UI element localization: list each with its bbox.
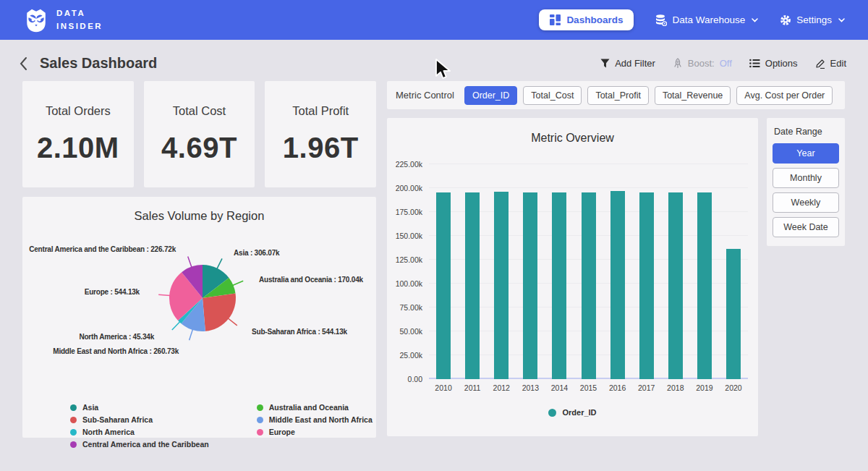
add-filter-button[interactable]: Add Filter (600, 58, 655, 69)
legend-label: Central America and the Caribbean (82, 440, 209, 449)
back-button[interactable] (19, 56, 27, 71)
date-range-option-monthly[interactable]: Monthly (773, 168, 839, 188)
dashboard-body: Total Orders 2.10M Total Cost 4.69T Tota… (0, 81, 868, 438)
edit-button[interactable]: Edit (815, 58, 846, 69)
metric-option-total-cost[interactable]: Total_Cost (523, 86, 582, 105)
x-tick-label: 2018 (661, 383, 690, 392)
legend-label: Australia and Oceania (269, 403, 349, 412)
bar-2018[interactable] (668, 192, 683, 379)
dashboards-button[interactable]: Dashboards (539, 9, 634, 30)
x-tick-label: 2019 (690, 383, 719, 392)
filter-funnel-icon (600, 59, 610, 68)
date-range-option-weekly[interactable]: Weekly (773, 192, 839, 213)
bar-2014[interactable] (552, 192, 566, 379)
metric-buttons: Order_IDTotal_CostTotal_ProfitTotal_Reve… (464, 86, 833, 105)
bars (429, 164, 748, 379)
nav-menu: Dashboards Data Warehouse (539, 9, 845, 30)
gear-icon (780, 14, 791, 26)
metric-option-total-profit[interactable]: Total_Profit (587, 86, 649, 105)
legend-label: Europe (269, 428, 295, 436)
page-title: Sales Dashboard (40, 55, 157, 72)
legend-label: Asia (82, 403, 98, 412)
x-tick-label: 2014 (545, 383, 574, 392)
y-tick-label: 25.00k (399, 351, 422, 360)
brand-logo[interactable]: DATA INSIDER (24, 7, 103, 33)
pie-chart: Asia : 306.07kAustralia and Oceania : 17… (22, 229, 376, 402)
data-warehouse-label: Data Warehouse (672, 14, 745, 25)
brand-line2: INSIDER (56, 20, 103, 33)
y-tick-label: 125.00k (396, 255, 422, 264)
kpi-card-total-profit: Total Profit 1.96T (265, 81, 376, 187)
legend-dot (548, 409, 556, 417)
bar-2020[interactable] (726, 249, 741, 379)
legend-dot (257, 404, 263, 411)
edit-label: Edit (830, 58, 846, 69)
pie-label-europe: Europe : 544.13k (85, 288, 140, 296)
bar-chart-title: Metric Overview (387, 118, 758, 145)
dashboards-label: Dashboards (566, 14, 623, 25)
legend-item-australia-and-oceania[interactable]: Australia and Oceania (257, 403, 373, 412)
list-options-icon (749, 59, 760, 68)
bar-legend-label: Order_ID (562, 408, 596, 417)
data-warehouse-menu[interactable]: Data Warehouse (655, 14, 758, 26)
bar-2015[interactable] (582, 192, 596, 379)
bar-2011[interactable] (465, 192, 480, 379)
bar-2010[interactable] (436, 192, 451, 379)
metric-option-avg-cost-per-order[interactable]: Avg. Cost per Order (736, 86, 833, 105)
legend-dot (70, 404, 77, 411)
metric-option-order-id[interactable]: Order_ID (464, 86, 517, 105)
bar-2013[interactable] (523, 192, 537, 379)
pie-leader-line (190, 329, 193, 340)
y-tick-label: 75.00k (399, 303, 422, 312)
pie-leader-line (158, 294, 170, 295)
pie-leader-line (217, 258, 222, 268)
bar-2019[interactable] (697, 192, 712, 379)
kpi-card-total-cost: Total Cost 4.69T (144, 81, 255, 187)
legend-item-central-america-and-the-caribbean[interactable]: Central America and the Caribbean (70, 440, 209, 449)
metric-control-label: Metric Control (396, 90, 454, 101)
legend-item-sub-saharan-africa[interactable]: Sub-Saharan Africa (70, 415, 209, 424)
y-tick-label: 175.00k (396, 208, 422, 216)
x-tick-label: 2016 (603, 383, 632, 392)
bar-2017[interactable] (639, 192, 654, 379)
kpi-value: 2.10M (37, 132, 119, 164)
date-range-panel: Date Range YearMonthlyWeeklyWeek Date (767, 118, 845, 246)
settings-menu[interactable]: Settings (780, 14, 845, 26)
pie-chart-card: Sales Volume by Region Asia : 306.07kAus… (22, 197, 376, 438)
options-button[interactable]: Options (749, 58, 798, 69)
pie-label-north-america: North America : 45.34k (79, 333, 154, 341)
x-tick-label: 2013 (516, 383, 545, 392)
metric-control-strip: Metric Control Order_IDTotal_CostTotal_P… (387, 81, 845, 109)
date-range-option-year[interactable]: Year (773, 143, 839, 164)
legend-dot (70, 429, 77, 436)
metric-option-total-revenue[interactable]: Total_Revenue (655, 86, 731, 105)
x-tick-label: 2020 (719, 383, 748, 392)
pie-label-asia: Asia : 306.07k (234, 249, 279, 257)
bar-chart-plot (429, 164, 748, 379)
pie-legend: AsiaSub-Saharan AfricaNorth AmericaCentr… (22, 403, 376, 449)
boost-toggle[interactable]: Boost: Off (673, 58, 732, 69)
pie-label-central-america-and-the-caribbean: Central America and the Caribbean : 226.… (29, 245, 176, 253)
legend-item-north-america[interactable]: North America (70, 428, 209, 436)
pencil-icon (815, 59, 825, 69)
legend-item-middle-east-and-north-africa[interactable]: Middle East and North Africa (257, 415, 373, 424)
y-tick-label: 50.00k (399, 327, 422, 336)
x-tick-label: 2012 (487, 383, 516, 392)
x-tick-label: 2015 (574, 383, 603, 392)
y-tick-label: 0.00 (408, 375, 422, 383)
bar-2012[interactable] (494, 192, 509, 380)
pie-slice-sub-saharan-africa[interactable] (203, 293, 236, 331)
bar-chart-legend: Order_ID (387, 408, 758, 417)
pie-label-sub-saharan-africa: Sub-Saharan Africa : 544.13k (252, 328, 347, 336)
x-tick-label: 2011 (458, 383, 487, 392)
bar-chart-x-axis: 2010201120122013201420152016201720182019… (429, 383, 748, 392)
date-range-option-week-date[interactable]: Week Date (773, 217, 839, 237)
legend-dot (257, 429, 263, 436)
pie-chart-title: Sales Volume by Region (22, 197, 376, 223)
y-tick-label: 100.00k (396, 279, 422, 288)
bar-2016[interactable] (610, 191, 625, 379)
pie-leader-line (233, 281, 244, 285)
database-icon (655, 14, 667, 26)
legend-item-asia[interactable]: Asia (70, 403, 209, 412)
legend-item-europe[interactable]: Europe (257, 428, 373, 436)
